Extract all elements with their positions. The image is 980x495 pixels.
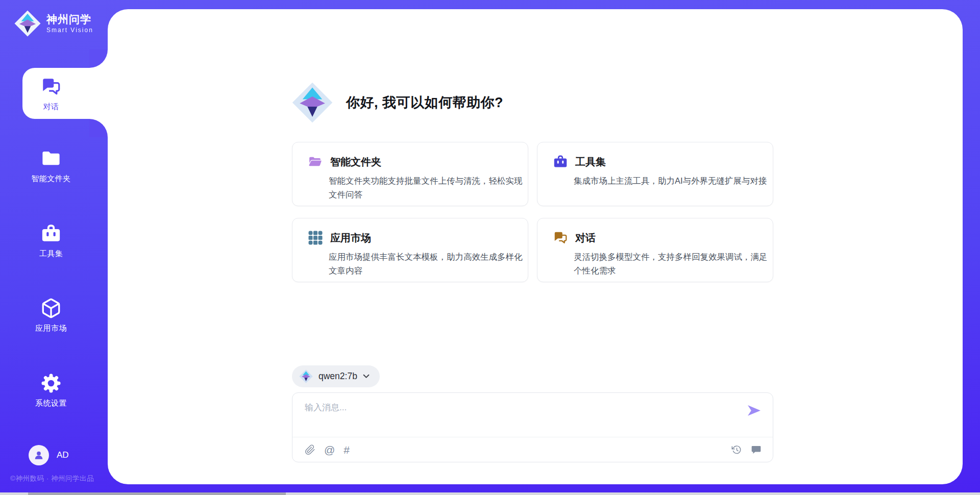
sidebar-footer-credit: ©神州数码 · 神州问学出品: [10, 474, 94, 483]
card-smart-folder[interactable]: 智能文件夹 智能文件夹功能支持批量文件上传与清洗，轻松实现文件问答: [292, 142, 528, 206]
greeting-title: 你好, 我可以如何帮助你?: [346, 93, 503, 112]
brand-logo: 神州问学 Smart Vision: [14, 10, 93, 37]
message-composer: @ #: [292, 392, 773, 462]
card-title: 智能文件夹: [330, 155, 381, 169]
chevron-down-icon: [363, 374, 370, 379]
at-icon: @: [324, 444, 335, 455]
gear-icon: [40, 373, 62, 394]
tiles-icon: [308, 230, 323, 245]
attach-file-button[interactable]: [305, 444, 315, 455]
hash-icon: #: [344, 444, 350, 455]
card-chat[interactable]: 对话 灵活切换多模型文件，支持多样回复效果调试，满足个性化需求: [537, 218, 773, 282]
card-app-market[interactable]: 应用市场 应用市场提供丰富长文本模板，助力高效生成多样化文章内容: [292, 218, 528, 282]
horizontal-scrollbar-track[interactable]: [0, 492, 980, 495]
sidebar-item-toolset[interactable]: 工具集: [0, 214, 102, 267]
sidebar-item-label: 智能文件夹: [31, 174, 71, 184]
briefcase-icon: [553, 154, 568, 169]
active-tab-curve-top: [89, 50, 108, 68]
avatar: [29, 445, 49, 465]
sidebar-item-label: 系统设置: [35, 399, 67, 408]
card-title: 应用市场: [330, 231, 371, 245]
card-toolset[interactable]: 工具集 集成市场上主流工具，助力AI与外界无缝扩展与对接: [537, 142, 773, 206]
chat-icon: [553, 230, 568, 245]
sidebar-item-label: 对话: [43, 102, 59, 112]
cube-icon: [40, 298, 62, 319]
sidebar-item-settings[interactable]: 系统设置: [0, 364, 102, 417]
card-title: 对话: [575, 231, 596, 245]
sidebar-item-label: 应用市场: [35, 324, 67, 333]
user-name: AD: [57, 450, 69, 460]
feature-cards: 智能文件夹 智能文件夹功能支持批量文件上传与清洗，轻松实现文件问答 工具集 集成…: [292, 142, 773, 282]
chat-icon: [40, 76, 62, 97]
folder-open-icon: [308, 154, 323, 169]
diamond-logo-icon: [299, 369, 313, 383]
card-description: 应用市场提供丰富长文本模板，助力高效生成多样化文章内容: [329, 250, 526, 278]
card-description: 灵活切换多模型文件，支持多样回复效果调试，满足个性化需求: [574, 250, 771, 278]
diamond-logo-icon: [14, 10, 41, 37]
card-title: 工具集: [575, 155, 606, 169]
send-button[interactable]: [747, 405, 761, 416]
toolbox-icon: [40, 223, 62, 244]
brand-title: 神州问学: [46, 13, 93, 26]
card-description: 集成市场上主流工具，助力AI与外界无缝扩展与对接: [574, 174, 771, 188]
mention-button[interactable]: @: [324, 444, 335, 455]
paper-plane-icon: [747, 405, 761, 416]
horizontal-scrollbar-thumb[interactable]: [28, 492, 286, 495]
message-input[interactable]: [304, 401, 740, 432]
brand-subtitle: Smart Vision: [46, 27, 93, 34]
paperclip-icon: [305, 444, 315, 455]
card-description: 智能文件夹功能支持批量文件上传与清洗，轻松实现文件问答: [329, 174, 526, 202]
diamond-logo-icon: [292, 82, 333, 123]
model-selector[interactable]: qwen2:7b: [292, 365, 380, 387]
hashtag-button[interactable]: #: [344, 444, 350, 455]
new-chat-button[interactable]: [751, 444, 762, 455]
history-icon: [731, 444, 742, 455]
sidebar: 神州问学 Smart Vision 对话 智能文件夹 工具集: [0, 0, 108, 495]
message-icon: [751, 444, 762, 455]
folder-icon: [40, 148, 62, 169]
active-tab-curve-bottom: [89, 119, 108, 137]
history-button[interactable]: [731, 444, 742, 455]
sidebar-item-label: 工具集: [39, 249, 63, 259]
model-name: qwen2:7b: [318, 371, 357, 382]
sidebar-item-app-market[interactable]: 应用市场: [0, 289, 102, 342]
greeting-block: 你好, 我可以如何帮助你?: [292, 82, 503, 123]
sidebar-item-chat[interactable]: 对话: [0, 67, 102, 120]
composer-toolbar: @ #: [305, 437, 762, 462]
person-icon: [33, 450, 44, 461]
sidebar-item-smart-folder[interactable]: 智能文件夹: [0, 139, 102, 192]
main-content: 你好, 我可以如何帮助你? 智能文件夹 智能文件夹功能支持批量文件上传与清洗，轻…: [108, 9, 963, 484]
user-profile[interactable]: AD: [29, 445, 69, 465]
